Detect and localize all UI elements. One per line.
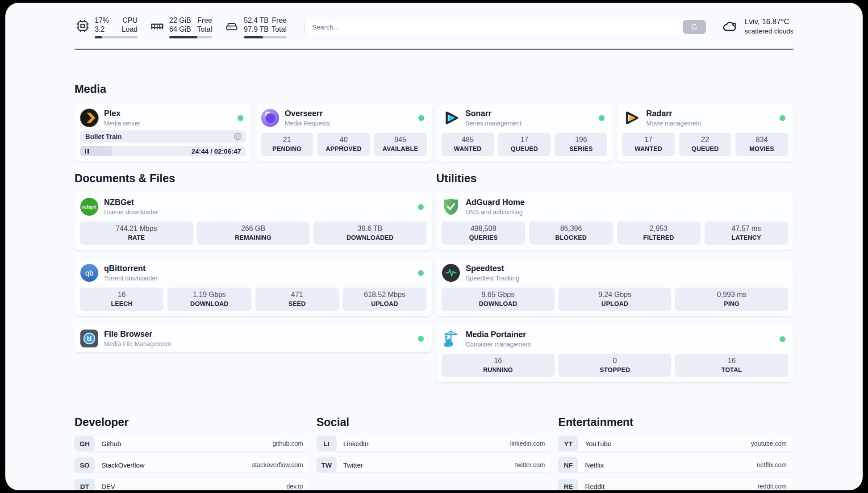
stat-blocked: 86,396 BLOCKED (529, 221, 613, 245)
now-playing-title: Bullet Train (85, 133, 234, 140)
ram-progress-bar (169, 36, 212, 38)
header-divider (75, 49, 793, 50)
link-url: stackoverflow.com (252, 461, 303, 468)
link-badge: SO (75, 457, 95, 472)
app-title: Speedtest (466, 264, 788, 273)
stat-download: 9.65 Gbps DOWNLOAD (442, 288, 555, 311)
app-subtitle: Speedtest Tracking (466, 275, 788, 282)
ram-free-value: 22 GiB (169, 16, 191, 25)
stat-wanted: 17 WANTED (622, 133, 675, 156)
app-subtitle: Media server (104, 120, 232, 127)
app-title: AdGuard Home (466, 198, 788, 207)
pause-icon[interactable] (85, 149, 89, 154)
ram-stat-widget: 22 GiBFree 64 GiBTotal (149, 16, 212, 38)
qbittorrent-icon: qb (80, 263, 99, 282)
app-card-plex[interactable]: Plex Media server Bullet Train 24:44 / 0… (75, 104, 251, 162)
app-card-nzbget[interactable]: nzbget NZBGet Usenet downloader 744.21 M… (75, 192, 432, 250)
app-card-speedtest[interactable]: Speedtest Speedtest Tracking 9.65 Gbps D… (436, 259, 793, 316)
status-dot (780, 115, 785, 121)
adguard-icon (442, 197, 460, 216)
link-badge: YT (558, 436, 578, 451)
disk-total-label: Total (271, 25, 287, 34)
stat-leech: 16 LEECH (80, 288, 163, 311)
link-twitter[interactable]: TW Twitter twitter.com (317, 457, 552, 472)
link-name: Reddit (585, 483, 757, 490)
link-name: Twitter (343, 461, 515, 469)
search-input[interactable] (305, 19, 707, 35)
stat-filtered: 2,953 FILTERED (617, 221, 701, 245)
link-url: youtube.com (751, 440, 787, 447)
app-subtitle: Series management (466, 120, 594, 127)
status-dot (780, 336, 785, 342)
link-dev[interactable]: DT DEV dev.to (75, 479, 310, 490)
link-badge: DT (75, 479, 95, 490)
app-card-portainer[interactable]: Media Portainer Container management 16 … (436, 325, 793, 382)
stat-movies: 834 MOVIES (735, 133, 788, 156)
disk-total-value: 97.9 TB (244, 25, 269, 34)
stat-queued: 17 QUEUED (498, 133, 551, 156)
app-card-qbittorrent[interactable]: qb qBittorrent Torrent downloader 16 LEE… (75, 259, 432, 316)
status-dot (418, 336, 424, 342)
cloud-icon (722, 19, 739, 34)
cpu-stat-widget: 17%CPU 3.2Load (75, 16, 138, 38)
status-dot (599, 115, 605, 121)
section-title-social: Social (317, 416, 552, 429)
link-linkedin[interactable]: LI LinkedIn linkedin.com (317, 436, 552, 451)
disk-icon (224, 18, 240, 34)
cpu-label: CPU (122, 16, 138, 25)
link-url: dev.to (287, 483, 303, 490)
section-title-media: Media (75, 83, 793, 96)
link-url: reddit.com (758, 483, 787, 490)
cpu-icon (75, 18, 91, 34)
overseerr-icon (261, 109, 280, 127)
stat-seed: 471 SEED (255, 288, 339, 311)
weather-condition: scattered clouds (745, 27, 793, 35)
stat-upload: 9.24 Gbps UPLOAD (559, 288, 672, 311)
session-camera-icon[interactable] (234, 132, 242, 141)
link-name: StackOverflow (101, 461, 252, 469)
link-badge: LI (317, 436, 337, 451)
radarr-icon (622, 109, 641, 127)
stat-queued: 22 QUEUED (679, 133, 731, 156)
plex-icon (80, 109, 99, 127)
ram-free-label: Free (197, 16, 212, 25)
link-stackoverflow[interactable]: SO StackOverflow stackoverflow.com (75, 457, 310, 472)
stat-wanted: 485 WANTED (442, 133, 494, 156)
app-title: Overseerr (285, 109, 413, 118)
link-youtube[interactable]: YT YouTube youtube.com (558, 436, 793, 451)
search-bar: G (305, 19, 707, 35)
app-card-adguard[interactable]: AdGuard Home DNS and adblocking 498,508 … (436, 192, 793, 250)
app-subtitle: Container management (466, 341, 774, 348)
ram-icon (149, 18, 165, 34)
dashboard-page: 17%CPU 3.2Load 22 (5, 3, 863, 490)
documents-column: Documents & Files nzbget NZBGet Usenet d… (75, 172, 432, 391)
app-title: qBittorrent (104, 264, 413, 273)
link-name: Netflix (585, 461, 757, 469)
link-github[interactable]: GH Github github.com (75, 436, 310, 451)
stat-running: 16 RUNNING (442, 354, 555, 377)
app-card-overseerr[interactable]: Overseerr Media Requests 21 PENDING 40 A… (255, 104, 432, 162)
link-reddit[interactable]: RE Reddit reddit.com (558, 479, 793, 490)
utilities-column: Utilities AdGuard Home (436, 172, 793, 391)
app-card-radarr[interactable]: Radarr Movie management 17 WANTED 22 QUE… (617, 104, 793, 162)
ram-total-label: Total (197, 25, 212, 34)
now-playing-row: Bullet Train (80, 130, 246, 142)
search-engine-button[interactable]: G (683, 20, 706, 34)
system-stats: 17%CPU 3.2Load 22 (75, 16, 287, 38)
app-subtitle: Media File Management (104, 340, 413, 347)
stat-rate: 744.21 Mbps RATE (80, 221, 193, 245)
stat-total: 16 TOTAL (675, 354, 788, 377)
app-card-sonarr[interactable]: Sonarr Series management 485 WANTED 17 Q… (436, 104, 613, 162)
status-dot (418, 115, 424, 121)
section-title-entertainment: Entertainment (558, 416, 793, 429)
cpu-usage-value: 17% (95, 16, 109, 25)
disk-free-value: 52.4 TB (244, 16, 269, 25)
app-card-filebrowser[interactable]: File Browser Media File Management (75, 325, 432, 352)
media-grid: Plex Media server Bullet Train 24:44 / 0… (75, 104, 793, 162)
app-title: Plex (104, 109, 232, 118)
disk-progress-bar (244, 36, 287, 38)
weather-location-temp: Lviv, 16.87°C (745, 17, 793, 26)
section-title-utilities: Utilities (436, 172, 793, 185)
link-netflix[interactable]: NF Netflix netflix.com (558, 457, 793, 472)
disk-free-label: Free (272, 16, 287, 25)
